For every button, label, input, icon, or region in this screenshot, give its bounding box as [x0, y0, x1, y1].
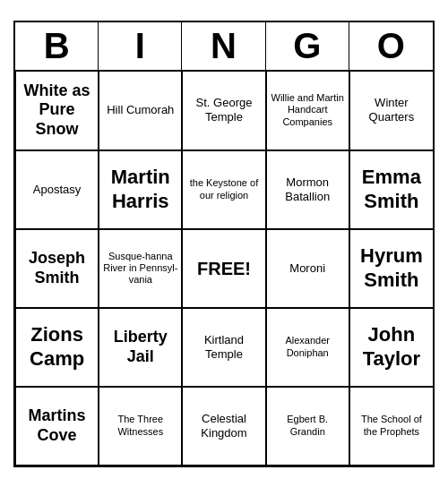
bingo-cell-3: Willie and Martin Handcart Companies: [266, 72, 349, 150]
bingo-cell-5: Apostasy: [15, 150, 99, 229]
bingo-cell-20: Martins Cove: [15, 387, 99, 466]
bingo-cell-1: Hill Cumorah: [99, 72, 182, 150]
bingo-cell-11: Susque-hanna River in Pennsyl-vania: [99, 229, 182, 308]
bingo-cell-21: The Three Witnesses: [99, 387, 182, 466]
header-letter-b: B: [15, 22, 99, 70]
bingo-header: BINGO: [15, 22, 433, 72]
bingo-cell-23: Egbert B. Grandin: [266, 387, 349, 466]
bingo-cell-22: Celestial Kingdom: [182, 387, 265, 466]
bingo-cell-2: St. George Temple: [182, 72, 265, 150]
header-letter-o: O: [349, 22, 433, 70]
header-letter-n: N: [182, 22, 265, 70]
bingo-cell-19: John Taylor: [349, 308, 433, 387]
bingo-cell-10: Joseph Smith: [15, 229, 99, 308]
bingo-cell-8: Mormon Batallion: [266, 150, 349, 229]
header-letter-i: I: [99, 22, 182, 70]
bingo-cell-7: the Keystone of our religion: [182, 150, 265, 229]
bingo-cell-18: Alexander Doniphan: [266, 308, 349, 387]
bingo-cell-17: Kirtland Temple: [182, 308, 265, 387]
bingo-cell-24: The School of the Prophets: [349, 387, 433, 466]
bingo-card: BINGO White as Pure SnowHill CumorahSt. …: [13, 21, 435, 467]
header-letter-g: G: [266, 22, 349, 70]
bingo-cell-6: Martin Harris: [99, 150, 182, 229]
bingo-grid: White as Pure SnowHill CumorahSt. George…: [15, 72, 433, 466]
bingo-cell-16: Liberty Jail: [99, 308, 182, 387]
bingo-cell-9: Emma Smith: [349, 150, 433, 229]
bingo-cell-4: Winter Quarters: [349, 72, 433, 150]
bingo-cell-0: White as Pure Snow: [15, 72, 99, 150]
bingo-cell-14: Hyrum Smith: [349, 229, 433, 308]
bingo-cell-13: Moroni: [266, 229, 349, 308]
bingo-cell-12: FREE!: [182, 229, 265, 308]
bingo-cell-15: Zions Camp: [15, 308, 99, 387]
